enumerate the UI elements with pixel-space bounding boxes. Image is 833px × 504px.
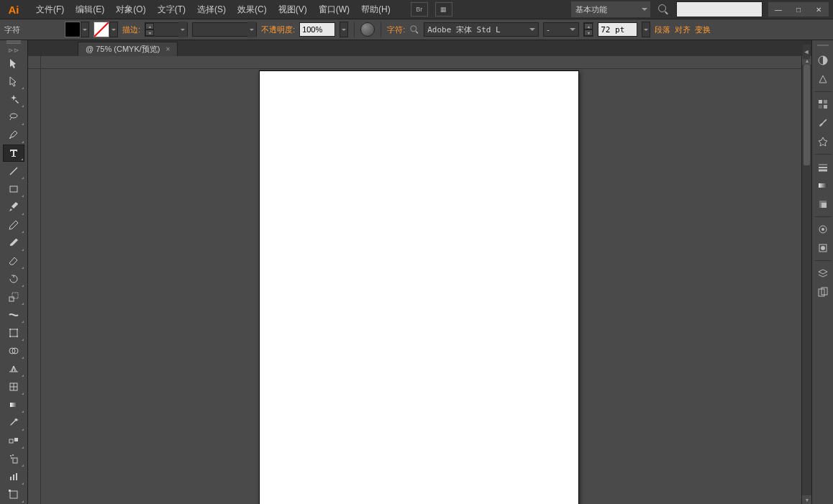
gradient-tool[interactable] bbox=[3, 396, 24, 413]
menu-help[interactable]: 帮助(H) bbox=[355, 0, 396, 19]
panel-grip[interactable] bbox=[0, 40, 27, 46]
stroke-weight-field[interactable]: ▴▾ bbox=[145, 22, 188, 37]
dock-grip[interactable] bbox=[816, 43, 830, 47]
window-maximize[interactable]: □ bbox=[788, 2, 809, 17]
arrange-docs-icon[interactable]: ▦ bbox=[435, 2, 452, 17]
fill-swatch[interactable] bbox=[65, 22, 81, 37]
svg-rect-35 bbox=[819, 183, 827, 188]
swatches-panel-icon[interactable] bbox=[814, 96, 832, 113]
workspace-switcher[interactable]: 基本功能 bbox=[571, 1, 650, 17]
bridge-icon[interactable]: Br bbox=[411, 2, 428, 17]
font-size-dropdown[interactable] bbox=[642, 22, 650, 37]
vertical-ruler[interactable] bbox=[28, 69, 41, 504]
opacity-field[interactable]: 100% bbox=[299, 22, 335, 37]
window-close[interactable]: ✕ bbox=[809, 2, 829, 17]
menu-window[interactable]: 窗口(W) bbox=[313, 0, 355, 19]
menu-effect[interactable]: 效果(C) bbox=[232, 0, 273, 19]
width-tool[interactable] bbox=[3, 306, 24, 324]
variable-width-profile[interactable] bbox=[192, 22, 257, 37]
close-tab-icon[interactable]: × bbox=[165, 45, 170, 53]
blend-tool[interactable] bbox=[3, 432, 24, 449]
fill-swatch-dropdown[interactable] bbox=[81, 22, 89, 37]
opacity-label[interactable]: 不透明度: bbox=[261, 24, 295, 35]
character-label[interactable]: 字符: bbox=[387, 24, 405, 35]
stroke-label[interactable]: 描边: bbox=[122, 24, 140, 35]
transparency-panel-icon[interactable] bbox=[814, 196, 832, 213]
scale-tool[interactable] bbox=[3, 288, 24, 306]
font-search-icon[interactable] bbox=[409, 24, 419, 35]
align-label[interactable]: 对齐 bbox=[675, 24, 691, 35]
document-setup-icon[interactable] bbox=[360, 22, 375, 37]
document-tab[interactable]: @ 75% (CMYK/预览) × bbox=[78, 42, 178, 56]
paragraph-label[interactable]: 段落 bbox=[655, 24, 670, 35]
font-size-stepper[interactable]: ▴▾ bbox=[583, 22, 593, 37]
menu-edit[interactable]: 编辑(E) bbox=[70, 0, 110, 19]
gradient-panel-icon[interactable] bbox=[814, 177, 832, 194]
color-panel-icon[interactable] bbox=[814, 52, 832, 69]
symbol-sprayer-tool[interactable] bbox=[3, 450, 24, 467]
menu-select[interactable]: 选择(S) bbox=[191, 0, 232, 19]
menu-file[interactable]: 文件(F) bbox=[30, 0, 70, 19]
line-segment-tool[interactable] bbox=[3, 162, 24, 180]
svg-rect-25 bbox=[10, 491, 17, 498]
lasso-tool[interactable] bbox=[3, 109, 24, 126]
graphic-styles-panel-icon[interactable] bbox=[814, 239, 832, 257]
paintbrush-tool[interactable] bbox=[3, 198, 24, 216]
vertical-scrollbar[interactable]: ▴ ▾ bbox=[801, 56, 811, 504]
char-panel-label[interactable]: 字符 bbox=[4, 24, 20, 35]
svg-line-1 bbox=[10, 168, 17, 175]
rectangle-tool[interactable] bbox=[3, 180, 24, 198]
color-guide-panel-icon[interactable] bbox=[814, 70, 832, 88]
stroke-swatch-dropdown[interactable] bbox=[109, 22, 118, 37]
transform-label[interactable]: 变换 bbox=[695, 24, 711, 35]
expand-panels-icon[interactable]: ◄ bbox=[803, 45, 810, 59]
control-bar: 字符 描边: ▴▾ 不透明度: 100% 字符: Adobe 宋体 Std L … bbox=[0, 19, 833, 40]
menu-object[interactable]: 对象(O) bbox=[110, 0, 151, 19]
column-graph-tool[interactable] bbox=[3, 468, 24, 485]
brushes-panel-icon[interactable] bbox=[814, 114, 832, 132]
opacity-dropdown[interactable] bbox=[340, 22, 348, 37]
eyedropper-tool[interactable] bbox=[3, 414, 24, 431]
document-tab-title: @ 75% (CMYK/预览) bbox=[86, 44, 160, 55]
font-size-field[interactable]: 72 pt bbox=[598, 22, 637, 37]
artboard[interactable] bbox=[259, 70, 579, 504]
pencil-tool[interactable] bbox=[3, 216, 24, 234]
free-transform-tool[interactable] bbox=[3, 324, 24, 342]
artboard-tool[interactable] bbox=[3, 486, 24, 503]
svg-rect-16 bbox=[9, 439, 13, 443]
selection-tool[interactable] bbox=[3, 55, 24, 72]
separator bbox=[381, 22, 381, 37]
font-family-dropdown[interactable]: Adobe 宋体 Std L bbox=[424, 22, 539, 37]
scroll-down-arrow[interactable]: ▾ bbox=[802, 495, 811, 504]
symbols-panel-icon[interactable] bbox=[814, 133, 832, 150]
svg-point-19 bbox=[10, 455, 12, 457]
direct-selection-tool[interactable] bbox=[3, 73, 24, 90]
window-minimize[interactable]: — bbox=[768, 2, 788, 17]
magic-wand-tool[interactable] bbox=[3, 91, 24, 108]
ruler-origin[interactable] bbox=[28, 56, 41, 69]
stroke-panel-icon[interactable] bbox=[814, 158, 832, 175]
stroke-swatch[interactable] bbox=[94, 22, 109, 37]
toolbox-columns-toggle[interactable]: ⊳⊳ bbox=[0, 46, 27, 55]
eraser-tool[interactable] bbox=[3, 252, 24, 270]
canvas-viewport[interactable] bbox=[41, 69, 801, 504]
appearance-panel-icon[interactable] bbox=[814, 221, 832, 238]
type-tool[interactable] bbox=[3, 145, 24, 162]
font-style-dropdown[interactable]: - bbox=[543, 22, 579, 37]
artboards-panel-icon[interactable] bbox=[814, 283, 832, 301]
shape-builder-tool[interactable] bbox=[3, 342, 24, 359]
perspective-grid-tool[interactable] bbox=[3, 360, 24, 377]
svg-point-9 bbox=[17, 336, 18, 337]
layers-panel-icon[interactable] bbox=[814, 265, 832, 282]
blob-brush-tool[interactable] bbox=[3, 234, 24, 252]
menu-type[interactable]: 文字(T) bbox=[152, 0, 191, 19]
pen-tool[interactable] bbox=[3, 127, 24, 144]
horizontal-ruler[interactable] bbox=[41, 56, 801, 69]
svg-rect-3 bbox=[9, 297, 14, 301]
search-input[interactable] bbox=[676, 1, 763, 17]
scrollbar-thumb[interactable] bbox=[804, 65, 810, 165]
menu-view[interactable]: 视图(V) bbox=[273, 0, 313, 19]
mesh-tool[interactable] bbox=[3, 378, 24, 395]
rotate-tool[interactable] bbox=[3, 270, 24, 288]
svg-point-7 bbox=[17, 329, 18, 330]
